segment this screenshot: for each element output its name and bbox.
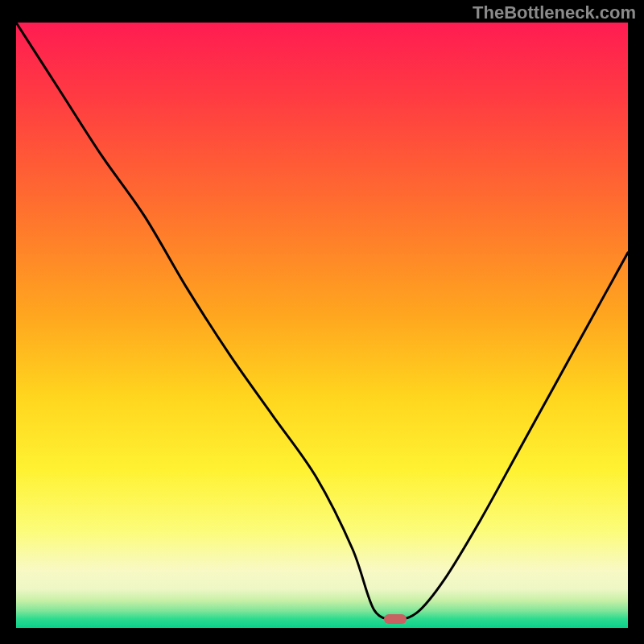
chart-frame: TheBottleneck.com <box>0 0 644 644</box>
optimal-marker <box>384 614 407 624</box>
bottleneck-chart <box>0 0 644 644</box>
gradient-background <box>16 23 628 628</box>
